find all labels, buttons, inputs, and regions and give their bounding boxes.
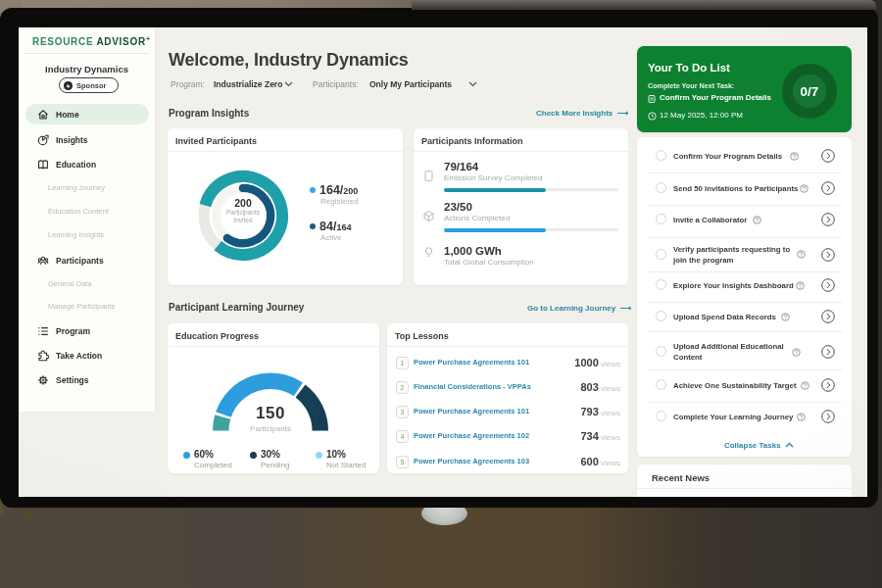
svg-text:0/7: 0/7 — [801, 84, 819, 99]
